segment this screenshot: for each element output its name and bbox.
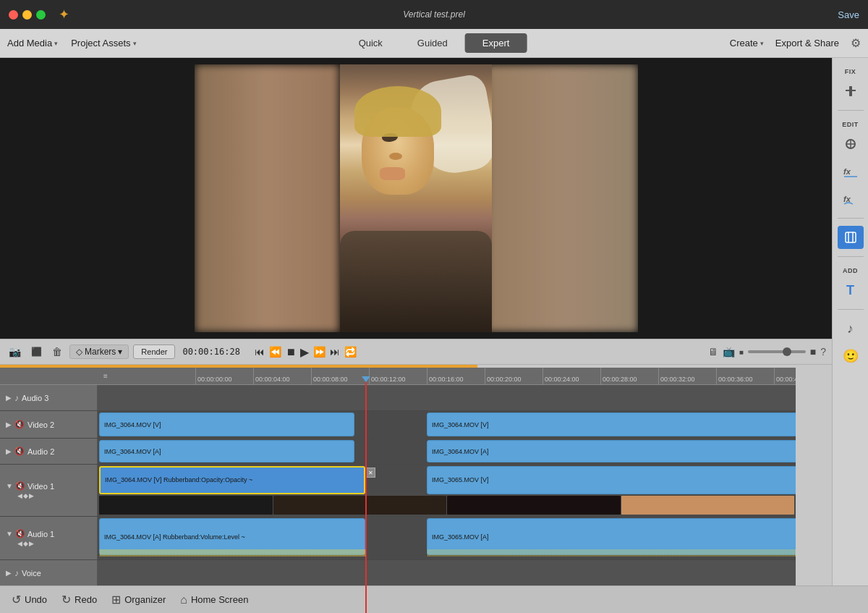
nose-shape [389, 153, 402, 160]
next-edit-button[interactable]: ⏭ [328, 344, 341, 359]
track-label-spacer: ≡ [98, 368, 195, 384]
clip-video2-1[interactable]: IMG_3064.MOV [V] [99, 413, 354, 436]
expand-video2-icon[interactable]: ▶ [6, 420, 12, 428]
smart-trim-button[interactable] [838, 226, 864, 249]
track-name-audio2: Audio 2 [27, 447, 54, 456]
play-button[interactable]: ▶ [299, 344, 310, 360]
clip-audio1-1[interactable]: IMG_3064.MOV [A] Rubberband:Volume:Level… [99, 518, 365, 555]
stop-button[interactable]: ⏹ [284, 344, 297, 359]
settings-icon[interactable]: ⚙ [851, 36, 861, 50]
next-keyframe-icon[interactable]: ▶ [29, 492, 34, 499]
expand-audio1-icon[interactable]: ▼ [6, 530, 13, 538]
ruler-settings-icon[interactable]: ≡ [103, 372, 108, 380]
music-button[interactable]: ♪ [838, 317, 864, 340]
track-label-audio1-top: ▼ 🔇 Audio 1 [6, 529, 91, 538]
maximize-button[interactable] [36, 10, 46, 20]
ruler-tick-3: 00:00:12:00 [369, 368, 427, 384]
chevron-down-icon: ▾ [133, 40, 137, 47]
clip-audio2-1[interactable]: IMG_3064.MOV [A] [99, 440, 354, 462]
markers-button[interactable]: ◇ Markers ▾ [69, 344, 129, 359]
text-button[interactable]: T [838, 279, 864, 302]
zoom-in-icon[interactable]: ■ [810, 346, 816, 358]
menubar: Add Media ▾ Project Assets ▾ Quick Guide… [0, 29, 868, 58]
timeline-ruler: ≡ 00:00:00:00 00:00:04:00 00:00:08:00 00… [0, 368, 796, 385]
track-video2: ▶ 🔇 Video 2 IMG_3064.MOV [V] IMG_3064.MO… [0, 411, 796, 439]
minimize-button[interactable] [22, 10, 32, 20]
clip-audio1-2[interactable]: IMG_3065.MOV [A] [427, 518, 796, 555]
organizer-button[interactable]: ⊞ Organizer [111, 593, 166, 606]
loop-button[interactable]: 🔁 [343, 344, 358, 359]
zoom-out-icon[interactable]: ■ [739, 348, 744, 356]
monitor-settings-icon[interactable]: 📺 [723, 346, 735, 358]
emoji-button[interactable]: 🙂 [838, 344, 864, 368]
export-frame-icon[interactable]: ⬛ [28, 345, 45, 358]
step-back-button[interactable]: ⏪ [268, 344, 283, 359]
clip-label-video2-1: IMG_3064.MOV [V] [104, 421, 161, 428]
clip-audio2-2[interactable]: IMG_3064.MOV [A] [427, 440, 796, 462]
video1-mute-icon[interactable]: 🔇 [15, 481, 25, 491]
mute-icon[interactable]: 🔇 [14, 420, 25, 429]
home-icon: ⌂ [180, 593, 187, 606]
audio1-mute-icon[interactable]: 🔇 [15, 529, 25, 538]
camera-icon[interactable]: 📷 [6, 344, 24, 359]
expand-audio3-icon[interactable]: ▶ [6, 394, 12, 402]
fx-icon-button[interactable]: fx [838, 160, 864, 183]
step-forward-button[interactable]: ⏩ [312, 344, 327, 359]
clip-video1-2[interactable]: IMG_3065.MOV [V] [427, 466, 796, 494]
create-menu[interactable]: Create ▾ [730, 38, 764, 48]
divider-1 [838, 110, 864, 111]
organizer-icon: ⊞ [111, 593, 121, 606]
project-assets-menu[interactable]: Project Assets ▾ [71, 38, 136, 48]
timeline-tracks: ▶ ♪ Audio 3 ▶ 🔇 Video 2 [0, 385, 796, 606]
close-button[interactable] [9, 10, 18, 20]
track-content-voice [98, 560, 796, 585]
render-button[interactable]: Render [133, 344, 175, 359]
fix-auto-button[interactable] [838, 80, 864, 103]
track-audio1-nav: ◀ ◆ ▶ [17, 540, 34, 547]
export-share-button[interactable]: Export & Share [775, 38, 839, 48]
titlebar: ✦ Vertical test.prel Save [0, 0, 868, 29]
prev-keyframe-audio-icon[interactable]: ◀ [17, 540, 22, 547]
bottombar: ↺ Undo ↻ Redo ⊞ Organizer ⌂ Home Screen [0, 585, 868, 613]
body-shape [340, 231, 492, 332]
clip-video2-2[interactable]: IMG_3064.MOV [V] [427, 413, 796, 436]
track-label-voice: ▶ ♪ Voice [0, 560, 98, 585]
motion-fx-button[interactable]: fx [838, 187, 864, 211]
clip-label-audio2-1: IMG_3064.MOV [A] [104, 448, 161, 455]
preview-video [195, 64, 638, 332]
fix-label: FIX [845, 68, 856, 75]
help-button[interactable]: ? [820, 346, 826, 358]
app: ✦ Vertical test.prel Save Add Media ▾ Pr… [0, 0, 868, 613]
go-to-start-button[interactable]: ⏮ [253, 344, 266, 359]
tab-expert[interactable]: Expert [465, 33, 527, 53]
monitor-icon[interactable]: 🖥 [708, 346, 718, 358]
delete-icon[interactable]: 🗑 [49, 344, 65, 359]
next-keyframe-audio-icon[interactable]: ▶ [29, 540, 34, 547]
track-audio2: ▶ 🔇 Audio 2 IMG_3064.MOV [A] IMG_3064.MO… [0, 439, 796, 465]
clip-close-icon[interactable]: ✕ [365, 468, 375, 478]
zoom-thumb [783, 347, 791, 356]
home-screen-button[interactable]: ⌂ Home Screen [180, 593, 248, 606]
clip-video1-1[interactable]: IMG_3064.MOV [V] Rubberband:Opacity:Opac… [99, 466, 365, 494]
timeline-right-controls: 🖥 📺 ■ ■ ? [708, 346, 826, 358]
track-name-video2: Video 2 [27, 420, 54, 429]
audio2-mute-icon[interactable]: 🔇 [14, 447, 25, 456]
clip-label-audio2-2: IMG_3064.MOV [A] [432, 448, 489, 455]
effects-button[interactable] [838, 132, 864, 156]
prev-keyframe-icon[interactable]: ◀ [17, 492, 22, 499]
track-audio1: ▼ 🔇 Audio 1 ◀ ◆ ▶ [0, 517, 796, 560]
keyframe-audio-icon[interactable]: ◆ [23, 540, 28, 547]
add-label: ADD [843, 267, 858, 274]
redo-button[interactable]: ↻ Redo [61, 593, 97, 606]
save-button[interactable]: Save [838, 9, 859, 20]
add-media-menu[interactable]: Add Media ▾ [7, 38, 58, 48]
expand-voice-icon[interactable]: ▶ [6, 569, 12, 577]
zoom-slider[interactable] [748, 350, 806, 353]
keyframe-icon[interactable]: ◆ [23, 492, 28, 499]
expand-video1-icon[interactable]: ▼ [6, 482, 13, 490]
undo-button[interactable]: ↺ Undo [12, 593, 47, 606]
hair-shape [354, 86, 441, 137]
tab-quick[interactable]: Quick [341, 33, 400, 53]
expand-audio2-icon[interactable]: ▶ [6, 447, 12, 455]
tab-guided[interactable]: Guided [400, 33, 465, 53]
